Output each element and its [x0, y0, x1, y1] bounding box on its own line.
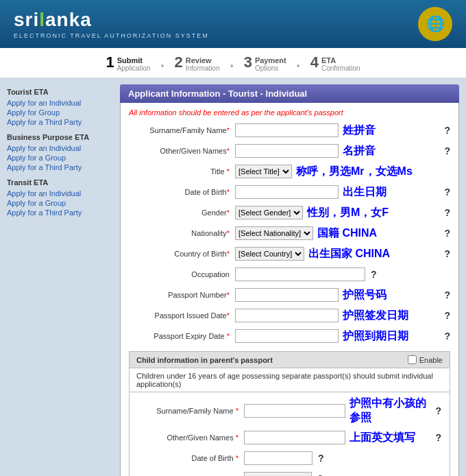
child-gender-help-icon[interactable]: ?	[317, 473, 323, 476]
cob-label: Country of Birth*	[129, 250, 235, 258]
passport-num-help-icon[interactable]: ?	[444, 289, 450, 300]
step-4: 4 ETA Confirmation	[310, 55, 360, 72]
child-givennames-input[interactable]	[244, 431, 345, 444]
passport-num-required: *	[227, 291, 230, 299]
step-1: 1 Submit Application	[106, 55, 150, 72]
child-gender-select[interactable]: [Select Gender] Male Female	[244, 472, 312, 476]
passport-issued-help-icon[interactable]: ?	[444, 310, 450, 321]
passport-issued-required: *	[227, 311, 230, 320]
givennames-cn: 名拼音	[343, 144, 439, 158]
sidebar-item-tourist-group[interactable]: Apply for Group	[7, 108, 110, 117]
dob-help-icon[interactable]: ?	[444, 187, 450, 198]
step-3-num: 3	[244, 55, 252, 70]
surname-input[interactable]	[235, 123, 339, 137]
sidebar: Tourist ETA Apply for an Individual Appl…	[0, 78, 116, 476]
child-givennames-help-icon[interactable]: ?	[435, 432, 441, 443]
step-sep-1: •	[161, 60, 164, 72]
givennames-row: Other/Given Names* 名拼音 ?	[129, 143, 450, 159]
passport-num-cn: 护照号码	[343, 288, 439, 302]
child-surname-cn: 护照中有小孩的参照	[350, 396, 430, 425]
occupation-label: Occupation	[129, 270, 235, 278]
surname-cn: 姓拼音	[343, 123, 439, 138]
gender-select[interactable]: [Select Gender] Male Female	[235, 206, 303, 219]
child-dob-help-icon[interactable]: ?	[318, 453, 324, 464]
sidebar-item-transit-individual[interactable]: Apply for an Individual	[7, 189, 110, 198]
step-2-title: Review	[186, 56, 220, 64]
givennames-input[interactable]	[235, 144, 339, 158]
child-surname-input[interactable]	[244, 404, 345, 418]
surname-help-icon[interactable]: ?	[444, 125, 450, 136]
cob-help-icon[interactable]: ?	[444, 248, 450, 259]
nationality-cn: 国籍 CHINA	[317, 226, 439, 241]
gender-cn: 性别，男M，女F	[307, 206, 439, 220]
child-dob-label: Date of Birth *	[138, 454, 244, 462]
dob-cn: 出生日期	[343, 185, 439, 200]
dob-row: Date of Birth* 出生日期 ?	[129, 184, 450, 200]
occupation-help-icon[interactable]: ?	[371, 269, 377, 280]
passport-expiry-help-icon[interactable]: ?	[444, 331, 450, 342]
logo-subtitle: ELECTRONIC TRAVEL AUTHORIZATION SYSTEM	[14, 32, 209, 39]
step-1-num: 1	[106, 55, 114, 70]
step-3-title: Payment	[255, 56, 286, 64]
step-sep-2: •	[230, 60, 234, 72]
gender-label: Gender*	[129, 209, 235, 217]
sidebar-section-business: Business Purpose ETA	[7, 133, 110, 141]
child-form: Surname/Family Name * 护照中有小孩的参照 ? Other/…	[129, 392, 450, 476]
child-dob-input[interactable]	[244, 451, 312, 465]
child-enable-checkbox[interactable]	[408, 355, 417, 364]
givennames-help-icon[interactable]: ?	[444, 145, 450, 156]
sidebar-item-tourist-individual[interactable]: Apply for an Individual	[7, 99, 110, 107]
sidebar-item-business-group[interactable]: Apply for a Group	[7, 154, 110, 162]
givennames-label: Other/Given Names*	[129, 147, 235, 155]
sidebar-item-tourist-third[interactable]: Apply for a Third Party	[7, 118, 110, 126]
occupation-row: Occupation ?	[129, 266, 450, 283]
step-4-sub: Confirmation	[321, 64, 360, 72]
passport-expiry-input[interactable]	[235, 329, 339, 343]
passport-issued-input[interactable]	[235, 309, 339, 322]
sidebar-section-transit: Transit ETA	[7, 178, 110, 187]
child-section-header: Child information in parent's passport E…	[129, 351, 450, 368]
form-section-header: Applicant Information - Tourist - Indivi…	[120, 84, 459, 103]
nationality-select[interactable]: [Select Nationality] China	[235, 226, 313, 240]
occupation-input[interactable]	[235, 267, 365, 281]
child-givennames-row: Other/Given Names * 上面英文填写 ?	[138, 429, 441, 446]
nationality-help-icon[interactable]: ?	[444, 228, 450, 239]
sidebar-section-tourist: Tourist ETA	[7, 88, 110, 96]
step-4-num: 4	[310, 55, 319, 70]
sidebar-item-business-third[interactable]: Apply for a Third Party	[7, 163, 110, 171]
passport-issued-cn: 护照签发日期	[343, 309, 439, 323]
steps-bar: 1 Submit Application • 2 Review Informat…	[0, 48, 466, 78]
gender-help-icon[interactable]: ?	[444, 207, 450, 218]
passport-expiry-row: Passport Expiry Date * 护照到期日期 ?	[129, 328, 450, 344]
sidebar-item-business-individual[interactable]: Apply for an Individual	[7, 144, 110, 152]
dob-required: *	[227, 188, 230, 196]
step-4-title: ETA	[321, 56, 360, 64]
nationality-row: Nationality* [Select Nationality] China …	[129, 225, 450, 241]
step-1-sub: Application	[117, 64, 151, 72]
title-select[interactable]: [Select Title] Mr Ms Mrs Dr	[235, 165, 292, 178]
sidebar-item-transit-group[interactable]: Apply for a Group	[7, 199, 110, 207]
dob-label: Date of Birth*	[129, 188, 235, 196]
step-2-sub: Information	[186, 64, 220, 72]
passport-num-row: Passport Number* 护照号码 ?	[129, 287, 450, 303]
gender-row: Gender* [Select Gender] Male Female 性别，男…	[129, 204, 450, 221]
passport-expiry-required: *	[227, 332, 230, 340]
child-surname-label: Surname/Family Name *	[138, 407, 244, 415]
content-area: Applicant Information - Tourist - Indivi…	[116, 78, 466, 476]
sidebar-item-transit-third[interactable]: Apply for a Third Party	[7, 209, 110, 217]
surname-required: *	[227, 126, 230, 134]
dob-input[interactable]	[235, 185, 339, 199]
logo-area: srilanka ELECTRONIC TRAVEL AUTHORIZATION…	[14, 9, 209, 39]
givennames-required: *	[227, 147, 230, 155]
title-row: Title * [Select Title] Mr Ms Mrs Dr 称呼，男…	[129, 163, 450, 180]
passport-expiry-label: Passport Expiry Date *	[129, 332, 235, 340]
gender-required: *	[227, 209, 230, 217]
nationality-required: *	[227, 229, 230, 237]
title-cn: 称呼，男选Mr，女选Ms	[296, 165, 450, 179]
passport-num-input[interactable]	[235, 288, 339, 302]
nationality-label: Nationality*	[129, 229, 235, 237]
child-surname-help-icon[interactable]: ?	[435, 405, 441, 416]
cob-select[interactable]: [Select Country] China	[235, 247, 304, 261]
surname-row: Surname/Family Name* 姓拼音 ?	[129, 122, 450, 139]
passport-expiry-cn: 护照到期日期	[343, 329, 439, 344]
